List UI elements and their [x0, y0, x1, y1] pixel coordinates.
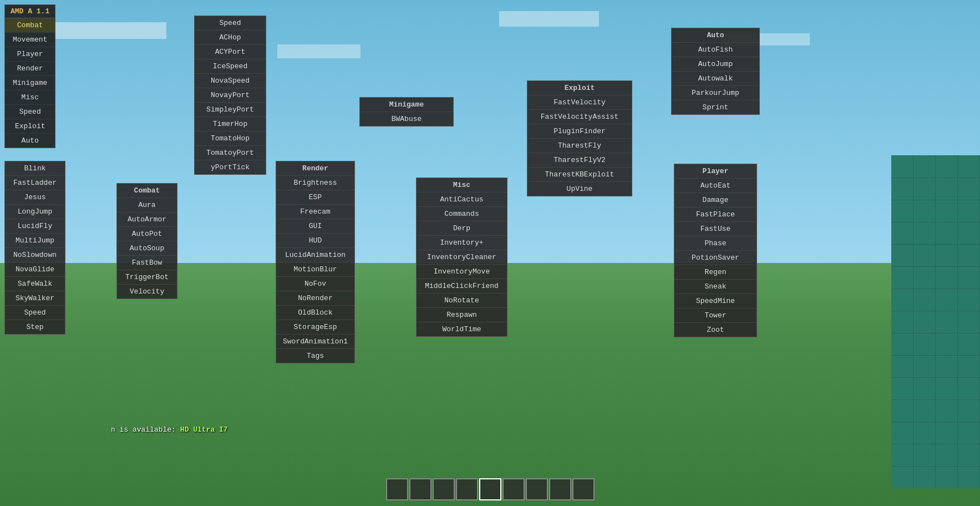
player-fastplace[interactable]: FastPlace — [674, 208, 756, 222]
misc-inventorycleaner[interactable]: InventoryCleaner — [417, 250, 507, 265]
combat-autosoup[interactable]: AutoSoup — [117, 241, 177, 256]
auto-parkourjump[interactable]: ParkourJump — [672, 86, 759, 100]
render-brightness[interactable]: Brightness — [276, 176, 354, 190]
misc-commands[interactable]: Commands — [417, 207, 507, 221]
sidebar-item-player[interactable]: Player — [5, 47, 55, 62]
misc-worldtime[interactable]: WorldTime — [417, 322, 507, 336]
player-regen[interactable]: Regen — [674, 265, 756, 280]
combat-autoarmor[interactable]: AutoArmor — [117, 212, 177, 227]
sidebar-item-exploit[interactable]: Exploit — [5, 119, 55, 134]
exploit-fastvelocity[interactable]: FastVelocity — [527, 95, 632, 110]
render-tags[interactable]: Tags — [276, 349, 354, 363]
player-fastuse[interactable]: FastUse — [674, 222, 756, 236]
combat-fastbow[interactable]: FastBow — [117, 256, 177, 270]
exploit-title: Exploit — [527, 81, 632, 95]
misc-respawn[interactable]: Respawn — [417, 308, 507, 322]
movement-speed[interactable]: Speed — [5, 306, 65, 320]
exploit-upvine[interactable]: UpVine — [527, 182, 632, 196]
speed-timerhop[interactable]: TimerHop — [195, 117, 266, 131]
cloud-1 — [55, 22, 166, 39]
exploit-fastvelocityassist[interactable]: FastVelocityAssist — [527, 110, 632, 124]
speed-novayport[interactable]: NovayPort — [195, 88, 266, 103]
player-phase[interactable]: Phase — [674, 236, 756, 251]
player-speedmine[interactable]: SpeedMine — [674, 294, 756, 308]
hotbar-slot-8[interactable] — [549, 478, 571, 500]
render-storageesp[interactable]: StorageEsp — [276, 320, 354, 335]
speed-tomatohop[interactable]: TomatoHop — [195, 131, 266, 146]
player-potionsaver[interactable]: PotionSaver — [674, 251, 756, 265]
render-freecam[interactable]: Freecam — [276, 205, 354, 219]
render-nofov[interactable]: NoFov — [276, 277, 354, 291]
movement-lucidfly[interactable]: LucidFly — [5, 219, 65, 234]
speed-panel: Speed ACHop ACYPort IceSpeed NovaSpeed N… — [194, 16, 266, 175]
movement-skywalker[interactable]: SkyWalker — [5, 291, 65, 306]
sidebar-item-minigame[interactable]: Minigame — [5, 76, 55, 90]
render-lucidanimation[interactable]: LucidAnimation — [276, 248, 354, 262]
render-oldblock[interactable]: OldBlock — [276, 306, 354, 320]
sidebar-item-auto[interactable]: Auto — [5, 134, 55, 148]
hotbar-slot-9[interactable] — [572, 478, 595, 500]
exploit-panel: Exploit FastVelocity FastVelocityAssist … — [527, 80, 632, 196]
auto-autojump[interactable]: AutoJump — [672, 57, 759, 72]
player-zoot[interactable]: Zoot — [674, 323, 756, 337]
render-hud[interactable]: HUD — [276, 234, 354, 248]
movement-multijump[interactable]: MultiJump — [5, 234, 65, 248]
minigame-bwabuse[interactable]: BWAbuse — [360, 112, 453, 126]
player-sneak[interactable]: Sneak — [674, 280, 756, 294]
player-autoeat[interactable]: AutoEat — [674, 179, 756, 193]
speed-acyport[interactable]: ACYPort — [195, 45, 266, 59]
speed-speed[interactable]: Speed — [195, 16, 266, 31]
player-damage[interactable]: Damage — [674, 193, 756, 208]
misc-anticactus[interactable]: AntiCactus — [417, 193, 507, 207]
render-esp[interactable]: ESP — [276, 190, 354, 205]
speed-novaspeed[interactable]: NovaSpeed — [195, 74, 266, 88]
misc-inventorymove[interactable]: InventoryMove — [417, 265, 507, 279]
movement-jesus[interactable]: Jesus — [5, 190, 65, 205]
misc-middleclickfriend[interactable]: MiddleClickFriend — [417, 279, 507, 294]
misc-derp[interactable]: Derp — [417, 221, 507, 236]
hotbar-slot-6[interactable] — [502, 478, 525, 500]
player-tower[interactable]: Tower — [674, 308, 756, 323]
speed-achop[interactable]: ACHop — [195, 31, 266, 45]
render-motionblur[interactable]: MotionBlur — [276, 262, 354, 277]
render-swordanimation1[interactable]: SwordAnimation1 — [276, 335, 354, 349]
sidebar-item-combat[interactable]: Combat — [5, 18, 55, 33]
hotbar-slot-2[interactable] — [409, 478, 431, 500]
movement-noslowdown[interactable]: NoSlowdown — [5, 248, 65, 262]
hotbar-slot-3[interactable] — [433, 478, 455, 500]
exploit-tharestfly[interactable]: TharestFly — [527, 139, 632, 153]
combat-title: Combat — [117, 184, 177, 198]
movement-blink[interactable]: Blink — [5, 161, 65, 176]
hotbar-slot-1[interactable] — [386, 478, 408, 500]
exploit-tharestflyv2[interactable]: TharestFlyV2 — [527, 153, 632, 168]
movement-novaglide[interactable]: NovaGlide — [5, 262, 65, 277]
movement-longjump[interactable]: LongJump — [5, 205, 65, 219]
auto-sprint[interactable]: Sprint — [672, 100, 759, 114]
sidebar-item-misc[interactable]: Misc — [5, 90, 55, 105]
speed-icespeed[interactable]: IceSpeed — [195, 59, 266, 74]
combat-triggerbot[interactable]: TriggerBot — [117, 270, 177, 285]
speed-tomatoyport[interactable]: TomatoyPort — [195, 146, 266, 160]
auto-autowalk[interactable]: Autowalk — [672, 72, 759, 86]
misc-inventory-plus[interactable]: Inventory+ — [417, 236, 507, 250]
exploit-tharestkbexploit[interactable]: TharestKBExploit — [527, 168, 632, 182]
movement-fastladder[interactable]: FastLadder — [5, 176, 65, 190]
exploit-pluginfinder[interactable]: PluginFinder — [527, 124, 632, 139]
auto-autofish[interactable]: AutoFish — [672, 43, 759, 57]
render-norender[interactable]: NoRender — [276, 291, 354, 306]
sidebar-item-movement[interactable]: Movement — [5, 33, 55, 47]
speed-yporttick[interactable]: yPortTick — [195, 160, 266, 174]
speed-simpleyport[interactable]: SimpleyPort — [195, 103, 266, 117]
render-gui[interactable]: GUI — [276, 219, 354, 234]
sidebar-item-render[interactable]: Render — [5, 62, 55, 76]
combat-aura[interactable]: Aura — [117, 198, 177, 212]
combat-autopot[interactable]: AutoPot — [117, 227, 177, 241]
sidebar-item-speed[interactable]: Speed — [5, 105, 55, 119]
combat-velocity[interactable]: Velocity — [117, 285, 177, 298]
movement-step[interactable]: Step — [5, 320, 65, 334]
hotbar-slot-4[interactable] — [456, 478, 478, 500]
hotbar-slot-7[interactable] — [526, 478, 548, 500]
movement-safewalk[interactable]: SafeWalk — [5, 277, 65, 291]
hotbar-slot-5[interactable] — [479, 478, 501, 500]
misc-norotate[interactable]: NoRotate — [417, 294, 507, 308]
